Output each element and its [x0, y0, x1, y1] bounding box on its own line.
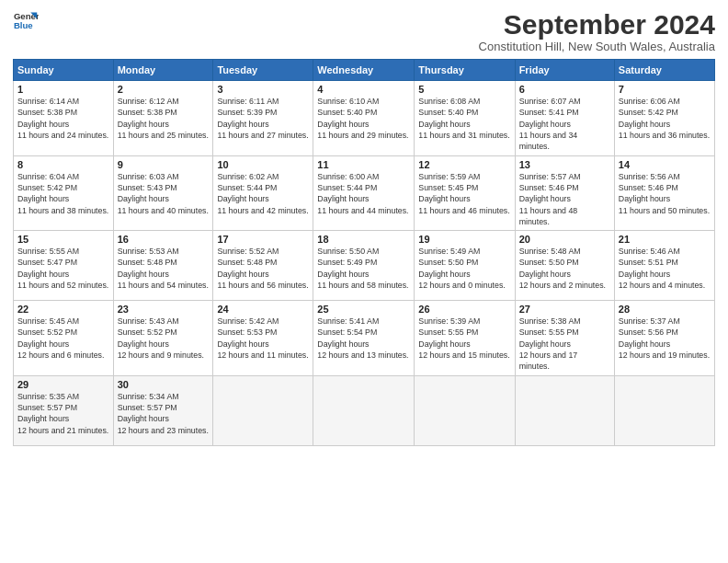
day-info: Sunrise: 6:11 AMSunset: 5:39 PMDaylight … — [217, 96, 309, 141]
day-info: Sunrise: 6:12 AMSunset: 5:38 PMDaylight … — [118, 96, 210, 141]
day-number: 7 — [619, 84, 711, 95]
day-info: Sunrise: 6:03 AMSunset: 5:43 PMDaylight … — [118, 171, 210, 216]
calendar-day-header: Friday — [515, 60, 614, 81]
calendar-day-cell: 24Sunrise: 5:42 AMSunset: 5:53 PMDayligh… — [213, 301, 313, 376]
day-number: 16 — [118, 234, 210, 245]
calendar-day-header: Tuesday — [213, 60, 313, 81]
day-info: Sunrise: 5:43 AMSunset: 5:52 PMDaylight … — [118, 316, 210, 361]
calendar-day-cell: 13Sunrise: 5:57 AMSunset: 5:46 PMDayligh… — [515, 155, 614, 231]
svg-text:Blue: Blue — [14, 20, 33, 30]
calendar-day-cell: 6Sunrise: 6:07 AMSunset: 5:41 PMDaylight… — [515, 81, 614, 156]
calendar-day-cell — [515, 375, 614, 445]
day-number: 17 — [217, 234, 309, 245]
calendar-day-header: Wednesday — [313, 60, 415, 81]
calendar-day-cell: 7Sunrise: 6:06 AMSunset: 5:42 PMDaylight… — [614, 81, 714, 156]
calendar-day-cell: 8Sunrise: 6:04 AMSunset: 5:42 PMDaylight… — [14, 155, 114, 231]
calendar: SundayMondayTuesdayWednesdayThursdayFrid… — [13, 59, 715, 446]
calendar-week-row: 22Sunrise: 5:45 AMSunset: 5:52 PMDayligh… — [14, 301, 715, 376]
calendar-day-cell: 26Sunrise: 5:39 AMSunset: 5:55 PMDayligh… — [415, 301, 515, 376]
day-number: 19 — [418, 234, 510, 245]
day-info: Sunrise: 6:14 AMSunset: 5:38 PMDaylight … — [17, 96, 109, 141]
calendar-day-cell: 29Sunrise: 5:35 AMSunset: 5:57 PMDayligh… — [14, 375, 114, 445]
day-number: 30 — [118, 379, 210, 390]
calendar-day-cell: 27Sunrise: 5:38 AMSunset: 5:55 PMDayligh… — [515, 301, 614, 376]
day-number: 23 — [118, 304, 210, 315]
day-number: 1 — [17, 84, 109, 95]
calendar-day-cell — [614, 375, 714, 445]
logo: General Blue — [13, 9, 39, 35]
calendar-day-header: Monday — [113, 60, 213, 81]
calendar-day-header: Thursday — [415, 60, 515, 81]
month-title: September 2024 — [479, 9, 715, 40]
day-number: 18 — [317, 234, 410, 245]
calendar-day-cell: 22Sunrise: 5:45 AMSunset: 5:52 PMDayligh… — [14, 301, 114, 376]
calendar-day-cell: 1Sunrise: 6:14 AMSunset: 5:38 PMDaylight… — [14, 81, 114, 156]
day-info: Sunrise: 5:50 AMSunset: 5:49 PMDaylight … — [317, 246, 410, 291]
day-info: Sunrise: 5:53 AMSunset: 5:48 PMDaylight … — [118, 246, 210, 291]
day-number: 22 — [17, 304, 109, 315]
calendar-day-cell: 16Sunrise: 5:53 AMSunset: 5:48 PMDayligh… — [113, 231, 213, 301]
location: Constitution Hill, New South Wales, Aust… — [479, 40, 715, 53]
day-info: Sunrise: 5:55 AMSunset: 5:47 PMDaylight … — [17, 246, 109, 291]
day-info: Sunrise: 6:04 AMSunset: 5:42 PMDaylight … — [17, 171, 109, 216]
day-info: Sunrise: 5:37 AMSunset: 5:56 PMDaylight … — [619, 316, 711, 361]
calendar-day-cell: 30Sunrise: 5:34 AMSunset: 5:57 PMDayligh… — [113, 375, 213, 445]
day-number: 6 — [519, 84, 610, 95]
day-number: 9 — [118, 159, 210, 170]
day-info: Sunrise: 5:59 AMSunset: 5:45 PMDaylight … — [418, 171, 510, 216]
day-info: Sunrise: 6:10 AMSunset: 5:40 PMDaylight … — [317, 96, 410, 141]
logo-icon: General Blue — [13, 9, 39, 35]
day-info: Sunrise: 6:02 AMSunset: 5:44 PMDaylight … — [217, 171, 309, 216]
day-info: Sunrise: 5:38 AMSunset: 5:55 PMDaylight … — [519, 316, 610, 373]
calendar-day-cell: 28Sunrise: 5:37 AMSunset: 5:56 PMDayligh… — [614, 301, 714, 376]
calendar-week-row: 15Sunrise: 5:55 AMSunset: 5:47 PMDayligh… — [14, 231, 715, 301]
calendar-day-cell: 21Sunrise: 5:46 AMSunset: 5:51 PMDayligh… — [614, 231, 714, 301]
calendar-week-row: 1Sunrise: 6:14 AMSunset: 5:38 PMDaylight… — [14, 81, 715, 156]
calendar-day-cell: 4Sunrise: 6:10 AMSunset: 5:40 PMDaylight… — [313, 81, 415, 156]
calendar-day-cell: 23Sunrise: 5:43 AMSunset: 5:52 PMDayligh… — [113, 301, 213, 376]
calendar-week-row: 8Sunrise: 6:04 AMSunset: 5:42 PMDaylight… — [14, 155, 715, 231]
day-info: Sunrise: 5:48 AMSunset: 5:50 PMDaylight … — [519, 246, 610, 291]
day-info: Sunrise: 5:35 AMSunset: 5:57 PMDaylight … — [17, 391, 109, 436]
day-info: Sunrise: 6:07 AMSunset: 5:41 PMDaylight … — [519, 96, 610, 153]
calendar-week-row: 29Sunrise: 5:35 AMSunset: 5:57 PMDayligh… — [14, 375, 715, 445]
header: General Blue September 2024 Constitution… — [13, 9, 715, 53]
day-number: 2 — [118, 84, 210, 95]
title-block: September 2024 Constitution Hill, New So… — [479, 9, 715, 53]
calendar-day-cell: 14Sunrise: 5:56 AMSunset: 5:46 PMDayligh… — [614, 155, 714, 231]
calendar-day-header: Sunday — [14, 60, 114, 81]
calendar-day-cell — [415, 375, 515, 445]
day-number: 21 — [619, 234, 711, 245]
day-number: 14 — [619, 159, 711, 170]
day-info: Sunrise: 5:57 AMSunset: 5:46 PMDaylight … — [519, 171, 610, 228]
calendar-header-row: SundayMondayTuesdayWednesdayThursdayFrid… — [14, 60, 715, 81]
day-number: 24 — [217, 304, 309, 315]
day-number: 20 — [519, 234, 610, 245]
day-info: Sunrise: 5:45 AMSunset: 5:52 PMDaylight … — [17, 316, 109, 361]
day-number: 29 — [17, 379, 109, 390]
calendar-day-cell: 11Sunrise: 6:00 AMSunset: 5:44 PMDayligh… — [313, 155, 415, 231]
calendar-day-cell: 3Sunrise: 6:11 AMSunset: 5:39 PMDaylight… — [213, 81, 313, 156]
calendar-day-cell: 20Sunrise: 5:48 AMSunset: 5:50 PMDayligh… — [515, 231, 614, 301]
calendar-day-cell: 2Sunrise: 6:12 AMSunset: 5:38 PMDaylight… — [113, 81, 213, 156]
day-number: 12 — [418, 159, 510, 170]
day-number: 8 — [17, 159, 109, 170]
day-info: Sunrise: 5:46 AMSunset: 5:51 PMDaylight … — [619, 246, 711, 291]
calendar-day-cell: 12Sunrise: 5:59 AMSunset: 5:45 PMDayligh… — [415, 155, 515, 231]
day-number: 26 — [418, 304, 510, 315]
day-info: Sunrise: 6:08 AMSunset: 5:40 PMDaylight … — [418, 96, 510, 141]
day-info: Sunrise: 5:34 AMSunset: 5:57 PMDaylight … — [118, 391, 210, 436]
day-number: 13 — [519, 159, 610, 170]
day-number: 11 — [317, 159, 410, 170]
day-number: 5 — [418, 84, 510, 95]
calendar-day-header: Saturday — [614, 60, 714, 81]
day-info: Sunrise: 5:41 AMSunset: 5:54 PMDaylight … — [317, 316, 410, 361]
calendar-day-cell: 25Sunrise: 5:41 AMSunset: 5:54 PMDayligh… — [313, 301, 415, 376]
calendar-day-cell — [313, 375, 415, 445]
day-info: Sunrise: 5:49 AMSunset: 5:50 PMDaylight … — [418, 246, 510, 291]
calendar-day-cell: 17Sunrise: 5:52 AMSunset: 5:48 PMDayligh… — [213, 231, 313, 301]
day-number: 27 — [519, 304, 610, 315]
calendar-day-cell: 18Sunrise: 5:50 AMSunset: 5:49 PMDayligh… — [313, 231, 415, 301]
day-info: Sunrise: 6:06 AMSunset: 5:42 PMDaylight … — [619, 96, 711, 141]
day-info: Sunrise: 5:39 AMSunset: 5:55 PMDaylight … — [418, 316, 510, 361]
